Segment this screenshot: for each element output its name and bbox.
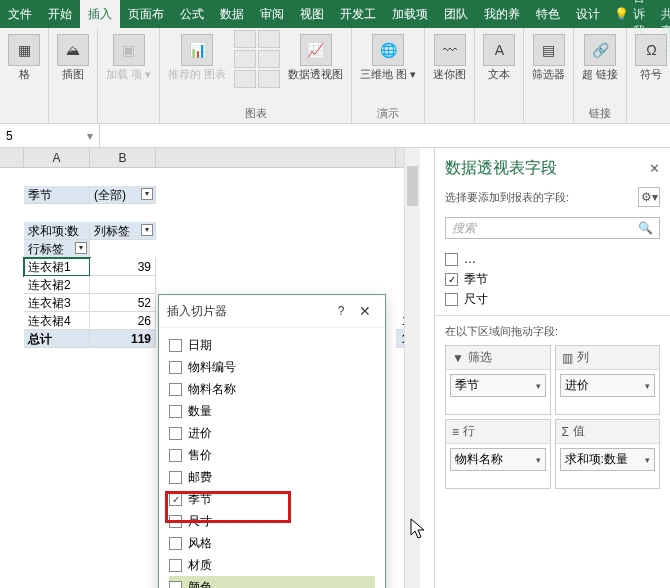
pane-close-button[interactable]: ✕: [649, 161, 660, 176]
area-values[interactable]: Σ值 求和项:数量▾: [555, 419, 661, 489]
checkbox-icon[interactable]: [169, 581, 182, 589]
pane-settings-button[interactable]: ⚙▾: [638, 187, 660, 207]
area-item-filter[interactable]: 季节▾: [450, 374, 546, 397]
checkbox-icon[interactable]: [169, 471, 182, 484]
field-row-size[interactable]: 尺寸: [445, 289, 660, 309]
tab-insert[interactable]: 插入: [80, 0, 120, 28]
slicer-field-row[interactable]: 材质: [169, 554, 375, 576]
slicer-field-label: 材质: [188, 557, 212, 574]
cell-a6[interactable]: 连衣裙2: [24, 276, 90, 294]
filter-dropdown-icon[interactable]: ▾: [141, 188, 153, 200]
tab-home[interactable]: 开始: [40, 0, 80, 28]
checkbox-icon[interactable]: [445, 293, 458, 306]
sheet-scrollbar[interactable]: [404, 148, 420, 588]
tell-me[interactable]: 💡告诉我: [608, 0, 651, 28]
chart-bar-icon[interactable]: [234, 30, 256, 48]
pivot-chart-button[interactable]: 📈数据透视图: [284, 30, 347, 84]
cell-b7[interactable]: 52: [90, 294, 156, 312]
field-row-season[interactable]: 季节: [445, 269, 660, 289]
tab-pagelayout[interactable]: 页面布: [120, 0, 172, 28]
tables-button[interactable]: ▦格: [4, 30, 44, 84]
area-columns[interactable]: ▥列 进价▾: [555, 345, 661, 415]
cell-a5[interactable]: 连衣裙1: [24, 258, 90, 276]
cell-b8[interactable]: 26: [90, 312, 156, 330]
field-row[interactable]: …: [445, 249, 660, 269]
chart-line-icon[interactable]: [258, 30, 280, 48]
slicer-field-row[interactable]: 售价: [169, 444, 375, 466]
tours-button[interactable]: 🌐三维地 图 ▾: [356, 30, 420, 84]
slicer-field-row[interactable]: 尺寸: [169, 510, 375, 532]
slicer-field-row[interactable]: 季节: [169, 488, 375, 510]
illustrations-button[interactable]: ⛰插图: [53, 30, 93, 84]
checkbox-icon[interactable]: [169, 383, 182, 396]
checkbox-icon[interactable]: [169, 493, 182, 506]
slicer-field-row[interactable]: 日期: [169, 334, 375, 356]
checkbox-icon[interactable]: [445, 253, 458, 266]
field-list: … 季节 尺寸: [435, 243, 670, 316]
name-box[interactable]: 5▾: [0, 124, 100, 147]
cell-b6[interactable]: [90, 276, 156, 294]
checkbox-icon[interactable]: [169, 559, 182, 572]
col-header-a[interactable]: A: [24, 148, 90, 167]
slicer-field-label: 尺寸: [188, 513, 212, 530]
slicer-field-label: 数量: [188, 403, 212, 420]
slicer-field-row[interactable]: 进价: [169, 422, 375, 444]
slicer-button[interactable]: ▤筛选器: [528, 30, 569, 84]
tab-addins[interactable]: 加载项: [384, 0, 436, 28]
slicer-field-row[interactable]: 邮费: [169, 466, 375, 488]
area-item-row[interactable]: 物料名称▾: [450, 448, 546, 471]
cell-b5[interactable]: 39: [90, 258, 156, 276]
dialog-help-button[interactable]: ?: [329, 304, 353, 318]
chart-pie-icon[interactable]: [234, 50, 256, 68]
chart-area-icon[interactable]: [258, 50, 280, 68]
hyperlink-button[interactable]: 🔗超 链接: [578, 30, 622, 84]
tab-design[interactable]: 设计: [568, 0, 608, 28]
field-search-input[interactable]: 搜索🔍: [445, 217, 660, 239]
cell-total-value[interactable]: 119: [90, 330, 156, 348]
checkbox-icon[interactable]: [169, 427, 182, 440]
area-filters[interactable]: ▼筛选 季节▾: [445, 345, 551, 415]
slicer-field-row[interactable]: 风格: [169, 532, 375, 554]
tab-team[interactable]: 团队: [436, 0, 476, 28]
checkbox-icon[interactable]: [169, 405, 182, 418]
slicer-field-row[interactable]: 颜色: [169, 576, 375, 588]
pivot-row-label[interactable]: 行标签▾: [24, 240, 90, 258]
cell-total-label[interactable]: 总计: [24, 330, 90, 348]
checkbox-icon[interactable]: [169, 449, 182, 462]
tab-file[interactable]: 文件: [0, 0, 40, 28]
tab-review[interactable]: 审阅: [252, 0, 292, 28]
chart-scatter-icon[interactable]: [234, 70, 256, 88]
cell-a7[interactable]: 连衣裙3: [24, 294, 90, 312]
tab-view[interactable]: 视图: [292, 0, 332, 28]
tab-my[interactable]: 我的养: [476, 0, 528, 28]
tab-developer[interactable]: 开发工: [332, 0, 384, 28]
slicer-field-label: 进价: [188, 425, 212, 442]
dialog-close-button[interactable]: ✕: [353, 303, 377, 319]
checkbox-icon[interactable]: [169, 339, 182, 352]
tab-feature[interactable]: 特色: [528, 0, 568, 28]
area-item-column[interactable]: 进价▾: [560, 374, 656, 397]
text-button[interactable]: A文本: [479, 30, 519, 84]
checkbox-icon[interactable]: [169, 515, 182, 528]
slicer-field-row[interactable]: 物料名称: [169, 378, 375, 400]
tab-formulas[interactable]: 公式: [172, 0, 212, 28]
pivot-filter-value[interactable]: (全部)▾: [90, 186, 156, 204]
sparklines-button[interactable]: 〰迷你图: [429, 30, 470, 84]
chart-other-icon[interactable]: [258, 70, 280, 88]
slicer-field-row[interactable]: 物料编号: [169, 356, 375, 378]
cell-a8[interactable]: 连衣裙4: [24, 312, 90, 330]
checkbox-icon[interactable]: [445, 273, 458, 286]
chart-types[interactable]: [234, 30, 280, 88]
slicer-field-row[interactable]: 数量: [169, 400, 375, 422]
symbol-button[interactable]: Ω符号: [631, 30, 670, 84]
area-rows[interactable]: ≡行 物料名称▾: [445, 419, 551, 489]
tab-data[interactable]: 数据: [212, 0, 252, 28]
col-dropdown-icon[interactable]: ▾: [141, 224, 153, 236]
area-item-value[interactable]: 求和项:数量▾: [560, 448, 656, 471]
col-header-b[interactable]: B: [90, 148, 156, 167]
row-dropdown-icon[interactable]: ▾: [75, 242, 87, 254]
checkbox-icon[interactable]: [169, 361, 182, 374]
pivot-col-label[interactable]: 列标签▾: [90, 222, 156, 240]
checkbox-icon[interactable]: [169, 537, 182, 550]
share-button[interactable]: 共享(S): [651, 0, 670, 28]
